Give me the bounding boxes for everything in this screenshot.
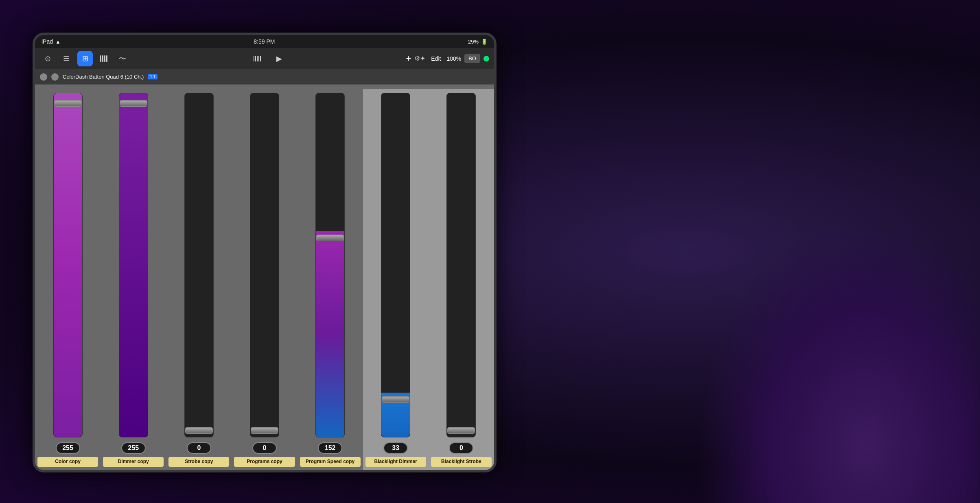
fader-handle-dimmer-copy [120,100,147,107]
fader-track-programs-copy[interactable] [250,93,279,437]
fader-fill-color-copy [54,93,82,437]
fader-value-dimmer-copy: 255 [121,442,146,454]
fader-track-dimmer-copy[interactable] [119,93,148,437]
fader-value-color-copy: 255 [56,442,80,454]
fader-label-programs-copy: Programs copy [234,457,295,467]
svg-rect-1 [102,55,103,62]
fader-label-strobe-copy: Strobe copy [168,457,229,467]
fader-label-blacklight-dimmer: Blacklight Dimmer [365,457,426,467]
fader-value-blacklight-dimmer: 33 [383,442,408,454]
carrier-label: iPad [42,38,53,45]
device-bar: ColorDash Batten Quad 6 (10 Ch.) 1.1 [35,69,494,85]
svg-rect-5 [255,56,256,62]
fader-col-strobe-copy[interactable]: 0Strobe copy [166,89,232,471]
svg-rect-7 [258,56,259,62]
zoom-level: 100% [446,55,461,62]
svg-rect-8 [260,56,261,62]
svg-rect-2 [104,55,105,62]
toolbar: ⊙ ☰ ⊞ 〜 ▶ [35,48,494,69]
add-button[interactable]: + [406,53,411,64]
bo-button[interactable]: BO [464,54,480,63]
fader-value-blacklight-strobe: 0 [449,442,473,454]
fader-label-blacklight-strobe: Blacklight Strobe [431,457,492,467]
fader-track-program-speed-copy[interactable] [315,93,345,437]
fader-fill-program-speed-copy [316,231,344,437]
fader-value-programs-copy: 0 [252,442,277,454]
fader-fill-dimmer-copy [119,93,148,437]
fader-button[interactable] [96,51,112,66]
device-dot-2[interactable] [51,73,59,81]
list-button[interactable]: ☰ [59,51,74,66]
fader-label-color-copy: Color copy [37,457,98,467]
fader-handle-color-copy [54,100,82,107]
battery-icon: 🔋 [481,39,488,45]
fader-col-color-copy[interactable]: 255Color copy [35,89,101,471]
svg-rect-6 [257,56,258,62]
fader-handle-strobe-copy [185,427,213,434]
fader-col-blacklight-strobe[interactable]: 0Blacklight Strobe [429,89,494,471]
version-badge: 1.1 [148,74,158,79]
settings-button[interactable]: ⚙✦ [414,55,425,62]
wifi-icon: ▲ [55,39,61,45]
fader-value-program-speed-copy: 152 [318,442,342,454]
mixer-button[interactable] [249,51,265,66]
fader-handle-programs-copy [251,427,278,434]
svg-rect-4 [254,56,254,62]
fader-track-strobe-copy[interactable] [184,93,214,437]
play-button[interactable]: ▶ [271,51,287,66]
svg-rect-3 [106,55,107,62]
ipad-frame: iPad ▲ 8:59 PM 29% 🔋 ⊙ ☰ ⊞ 〜 [33,33,497,472]
fader-col-blacklight-dimmer[interactable]: 33Blacklight Dimmer [363,89,429,471]
fader-area: 255Color copy255Dimmer copy0Strobe copy0… [35,85,494,472]
grid-button[interactable]: ⊞ [77,51,93,66]
fader-col-programs-copy[interactable]: 0Programs copy [232,89,297,471]
device-name: ColorDash Batten Quad 6 (10 Ch.) [63,74,144,80]
edit-button[interactable]: Edit [429,54,443,64]
battery-label: 29% [468,39,479,45]
wave-button[interactable]: 〜 [115,51,130,66]
target-button[interactable]: ⊙ [40,51,55,66]
connection-indicator [483,56,489,62]
fader-col-dimmer-copy[interactable]: 255Dimmer copy [101,89,166,471]
fader-track-blacklight-dimmer[interactable] [381,93,410,437]
fader-track-color-copy[interactable] [53,93,83,437]
fader-track-blacklight-strobe[interactable] [446,93,476,437]
time-display: 8:59 PM [254,38,275,45]
fader-handle-blacklight-strobe [447,427,475,434]
fader-label-program-speed-copy: Program Speed copy [300,457,361,467]
fader-handle-program-speed-copy [316,235,344,241]
device-dot-1[interactable] [40,73,47,81]
status-bar: iPad ▲ 8:59 PM 29% 🔋 [35,35,494,48]
fader-handle-blacklight-dimmer [382,396,409,403]
fader-value-strobe-copy: 0 [187,442,211,454]
fader-label-dimmer-copy: Dimmer copy [103,457,164,467]
svg-rect-0 [100,55,101,62]
fader-col-program-speed-copy[interactable]: 152Program Speed copy [298,89,363,471]
